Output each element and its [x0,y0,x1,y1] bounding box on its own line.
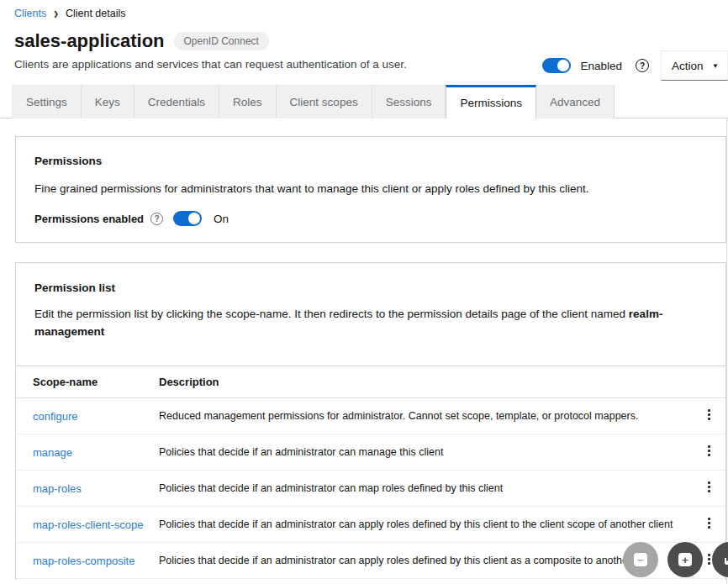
table-header-row: Scope-name Description [16,366,725,398]
tab-bar: Settings Keys Credentials Roles Client s… [0,85,728,118]
permission-list-description: Edit the permission list by clicking the… [34,305,707,340]
zoom-out-icon: − [634,553,647,566]
zoom-in-icon: + [678,553,692,566]
column-header-actions [692,366,725,398]
breadcrumb-clients-link[interactable]: Clients [14,8,46,19]
permissions-enabled-label: Permissions enabled [34,213,144,225]
arrow-corner-icon [722,552,728,567]
kebab-menu-icon[interactable] [703,514,715,532]
permission-list-title: Permission list [34,281,707,294]
permission-list-card: Permission list Edit the permission list… [15,262,726,580]
permissions-card: Permissions Fine grained permissions for… [15,136,726,243]
tab-content: Permissions Fine grained permissions for… [0,136,728,580]
tab-roles[interactable]: Roles [219,85,277,118]
table-row: configure Reduced management permissions… [16,398,725,434]
permissions-card-description: Fine grained permissions for administrat… [34,180,707,197]
scope-description: Reduced management permissions for admin… [142,398,692,434]
column-header-description: Description [142,366,692,398]
client-details-page: Clients ❯ Client details sales-applicati… [0,0,728,584]
header-controls: Enabled ? Action ▼ [542,49,728,82]
scope-link-map-roles-composite[interactable]: map-roles-composite [33,555,135,567]
breadcrumb-current: Client details [66,8,126,19]
tab-advanced[interactable]: Advanced [536,85,615,118]
kebab-menu-icon[interactable] [703,406,715,424]
table-row: map-roles Policies that decide if an adm… [16,471,725,507]
table-row: manage Policies that decide if an admini… [16,434,725,471]
scope-link-configure[interactable]: configure [33,410,77,423]
tab-keys[interactable]: Keys [82,85,135,118]
action-dropdown-label: Action [672,60,704,72]
enabled-label: Enabled [580,60,622,72]
column-header-scope-name: Scope-name [16,366,142,398]
scope-description: Policies that decide which clients are a… [142,579,692,581]
table-row: map-roles-composite Policies that decide… [16,543,725,579]
permissions-card-title: Permissions [34,155,707,167]
tab-credentials[interactable]: Credentials [135,85,219,118]
scope-description: Policies that decide if an administrator… [142,507,692,543]
help-icon[interactable]: ? [150,213,163,225]
permissions-enabled-toggle[interactable] [173,211,202,226]
page-title: sales-application [14,30,165,52]
zoom-in-button[interactable]: + [667,542,703,577]
protocol-badge: OpenID Connect [174,32,269,50]
breadcrumb: Clients ❯ Client details [0,0,728,19]
scope-description: Policies that decide if an administrator… [142,434,692,471]
scope-link-manage[interactable]: manage [33,446,72,459]
enabled-toggle[interactable] [542,58,571,73]
page-header: sales-application OpenID Connect Clients… [0,30,728,71]
tab-sessions[interactable]: Sessions [372,85,446,118]
scope-link-map-roles[interactable]: map-roles [33,482,82,495]
action-dropdown[interactable]: Action ▼ [661,50,728,81]
permission-table: Scope-name Description configure Reduced… [16,366,725,580]
tab-permissions[interactable]: Permissions [446,85,536,118]
kebab-menu-icon[interactable] [703,478,715,496]
scope-description: Policies that decide if an administrator… [142,543,692,579]
table-row: token-exchange Policies that decide whic… [16,579,725,581]
kebab-menu-icon[interactable] [703,442,715,460]
tab-client-scopes[interactable]: Client scopes [277,85,372,118]
scope-description: Policies that decide if an administrator… [142,471,692,507]
chevron-right-icon: ❯ [53,10,59,18]
permissions-toggle-state: On [214,213,229,225]
table-row: map-roles-client-scope Policies that dec… [16,507,725,543]
scope-link-map-roles-client-scope[interactable]: map-roles-client-scope [33,518,144,531]
tab-settings[interactable]: Settings [12,85,82,118]
caret-down-icon: ▼ [712,62,719,70]
help-icon[interactable]: ? [636,59,649,72]
scrollbar-edge[interactable] [726,118,727,584]
zoom-out-button[interactable]: − [623,542,658,577]
